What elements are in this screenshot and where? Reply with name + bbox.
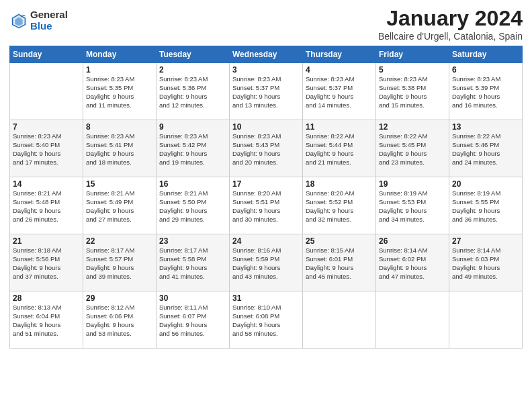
day-info: Sunrise: 8:15 AMSunset: 6:01 PMDaylight:… [306,246,373,281]
day-info: Sunrise: 8:20 AMSunset: 5:51 PMDaylight:… [232,189,300,224]
day-info: Sunrise: 8:23 AMSunset: 5:37 PMDaylight:… [306,75,373,109]
day-number: 6 [452,65,519,75]
calendar-cell [10,63,83,120]
day-number: 19 [379,179,446,189]
day-info: Sunrise: 8:16 AMSunset: 5:59 PMDaylight:… [232,246,300,281]
calendar-cell: 24Sunrise: 8:16 AMSunset: 5:59 PMDayligh… [230,234,303,291]
calendar-cell: 12Sunrise: 8:22 AMSunset: 5:45 PMDayligh… [376,120,449,177]
day-number: 15 [86,179,153,189]
calendar-cell [449,291,523,349]
col-monday: Monday [83,46,157,63]
month-title: January 2024 [378,7,523,30]
location: Bellcaire d'Urgell, Catalonia, Spain [378,31,523,42]
day-info: Sunrise: 8:22 AMSunset: 5:45 PMDaylight:… [379,132,446,167]
logo-blue: Blue [30,21,68,32]
calendar-cell: 27Sunrise: 8:14 AMSunset: 6:03 PMDayligh… [449,234,523,291]
day-info: Sunrise: 8:22 AMSunset: 5:44 PMDaylight:… [306,132,373,167]
day-info: Sunrise: 8:20 AMSunset: 5:52 PMDaylight:… [306,189,373,224]
calendar-cell: 20Sunrise: 8:19 AMSunset: 5:55 PMDayligh… [449,177,523,234]
header: General Blue January 2024 Bellcaire d'Ur… [9,7,523,42]
day-info: Sunrise: 8:23 AMSunset: 5:41 PMDaylight:… [86,132,153,167]
calendar-cell: 14Sunrise: 8:21 AMSunset: 5:48 PMDayligh… [10,177,83,234]
day-number: 3 [232,65,300,75]
page-container: General Blue January 2024 Bellcaire d'Ur… [0,0,532,411]
week-row-1: 7Sunrise: 8:23 AMSunset: 5:40 PMDaylight… [10,120,523,177]
calendar-cell: 7Sunrise: 8:23 AMSunset: 5:40 PMDaylight… [10,120,83,177]
calendar-cell: 26Sunrise: 8:14 AMSunset: 6:02 PMDayligh… [376,234,449,291]
calendar-cell: 29Sunrise: 8:12 AMSunset: 6:06 PMDayligh… [83,291,157,349]
day-info: Sunrise: 8:19 AMSunset: 5:53 PMDaylight:… [379,189,446,224]
day-number: 22 [86,236,153,246]
week-row-0: 1Sunrise: 8:23 AMSunset: 5:35 PMDaylight… [10,63,523,120]
day-info: Sunrise: 8:12 AMSunset: 6:06 PMDaylight:… [86,304,153,338]
day-number: 20 [452,179,519,189]
day-info: Sunrise: 8:23 AMSunset: 5:40 PMDaylight:… [13,132,80,167]
day-info: Sunrise: 8:17 AMSunset: 5:58 PMDaylight:… [159,246,226,281]
day-number: 29 [86,293,153,303]
day-number: 31 [232,293,300,303]
day-info: Sunrise: 8:11 AMSunset: 6:07 PMDaylight:… [159,304,226,338]
week-row-3: 21Sunrise: 8:18 AMSunset: 5:56 PMDayligh… [10,234,523,291]
day-info: Sunrise: 8:23 AMSunset: 5:35 PMDaylight:… [86,75,153,109]
day-info: Sunrise: 8:23 AMSunset: 5:38 PMDaylight:… [379,75,446,109]
day-number: 1 [86,65,153,75]
day-number: 16 [159,179,226,189]
day-info: Sunrise: 8:14 AMSunset: 6:02 PMDaylight:… [379,246,446,281]
calendar-cell: 25Sunrise: 8:15 AMSunset: 6:01 PMDayligh… [303,234,376,291]
day-info: Sunrise: 8:21 AMSunset: 5:48 PMDaylight:… [13,189,80,224]
logo-general: General [30,9,68,21]
day-number: 24 [232,236,300,246]
day-info: Sunrise: 8:19 AMSunset: 5:55 PMDaylight:… [452,189,519,224]
calendar-table: Sunday Monday Tuesday Wednesday Thursday… [9,46,523,349]
day-info: Sunrise: 8:21 AMSunset: 5:50 PMDaylight:… [159,189,226,224]
calendar-cell: 1Sunrise: 8:23 AMSunset: 5:35 PMDaylight… [83,63,157,120]
col-wednesday: Wednesday [230,46,303,63]
day-number: 18 [306,179,373,189]
day-info: Sunrise: 8:23 AMSunset: 5:39 PMDaylight:… [452,75,519,109]
calendar-cell: 11Sunrise: 8:22 AMSunset: 5:44 PMDayligh… [303,120,376,177]
day-number: 23 [159,236,226,246]
day-info: Sunrise: 8:23 AMSunset: 5:43 PMDaylight:… [232,132,300,167]
day-number: 7 [13,122,80,132]
calendar-cell: 31Sunrise: 8:10 AMSunset: 6:08 PMDayligh… [230,291,303,349]
calendar-cell: 6Sunrise: 8:23 AMSunset: 5:39 PMDaylight… [449,63,523,120]
day-info: Sunrise: 8:23 AMSunset: 5:42 PMDaylight:… [159,132,226,167]
logo-icon [9,11,28,30]
calendar-cell: 28Sunrise: 8:13 AMSunset: 6:04 PMDayligh… [10,291,83,349]
calendar-cell: 10Sunrise: 8:23 AMSunset: 5:43 PMDayligh… [230,120,303,177]
calendar-cell: 4Sunrise: 8:23 AMSunset: 5:37 PMDaylight… [303,63,376,120]
calendar-cell: 5Sunrise: 8:23 AMSunset: 5:38 PMDaylight… [376,63,449,120]
day-number: 11 [306,122,373,132]
calendar-cell: 21Sunrise: 8:18 AMSunset: 5:56 PMDayligh… [10,234,83,291]
calendar-cell: 22Sunrise: 8:17 AMSunset: 5:57 PMDayligh… [83,234,157,291]
day-number: 9 [159,122,226,132]
calendar-cell: 18Sunrise: 8:20 AMSunset: 5:52 PMDayligh… [303,177,376,234]
day-number: 8 [86,122,153,132]
calendar-cell: 2Sunrise: 8:23 AMSunset: 5:36 PMDaylight… [157,63,230,120]
day-info: Sunrise: 8:21 AMSunset: 5:49 PMDaylight:… [86,189,153,224]
calendar-cell [303,291,376,349]
day-number: 26 [379,236,446,246]
day-number: 14 [13,179,80,189]
week-row-4: 28Sunrise: 8:13 AMSunset: 6:04 PMDayligh… [10,291,523,349]
day-info: Sunrise: 8:23 AMSunset: 5:37 PMDaylight:… [232,75,300,109]
calendar-cell: 19Sunrise: 8:19 AMSunset: 5:53 PMDayligh… [376,177,449,234]
col-sunday: Sunday [10,46,83,63]
day-info: Sunrise: 8:10 AMSunset: 6:08 PMDaylight:… [232,304,300,338]
day-info: Sunrise: 8:13 AMSunset: 6:04 PMDaylight:… [13,304,80,338]
calendar-cell: 15Sunrise: 8:21 AMSunset: 5:49 PMDayligh… [83,177,157,234]
col-saturday: Saturday [449,46,523,63]
calendar-cell: 30Sunrise: 8:11 AMSunset: 6:07 PMDayligh… [157,291,230,349]
day-info: Sunrise: 8:17 AMSunset: 5:57 PMDaylight:… [86,246,153,281]
day-info: Sunrise: 8:18 AMSunset: 5:56 PMDaylight:… [13,246,80,281]
calendar-cell: 23Sunrise: 8:17 AMSunset: 5:58 PMDayligh… [157,234,230,291]
calendar-cell: 16Sunrise: 8:21 AMSunset: 5:50 PMDayligh… [157,177,230,234]
day-info: Sunrise: 8:22 AMSunset: 5:46 PMDaylight:… [452,132,519,167]
logo-text: General Blue [30,9,68,32]
col-friday: Friday [376,46,449,63]
header-row: Sunday Monday Tuesday Wednesday Thursday… [10,46,523,63]
day-number: 10 [232,122,300,132]
calendar-cell: 3Sunrise: 8:23 AMSunset: 5:37 PMDaylight… [230,63,303,120]
day-number: 13 [452,122,519,132]
calendar-cell: 9Sunrise: 8:23 AMSunset: 5:42 PMDaylight… [157,120,230,177]
